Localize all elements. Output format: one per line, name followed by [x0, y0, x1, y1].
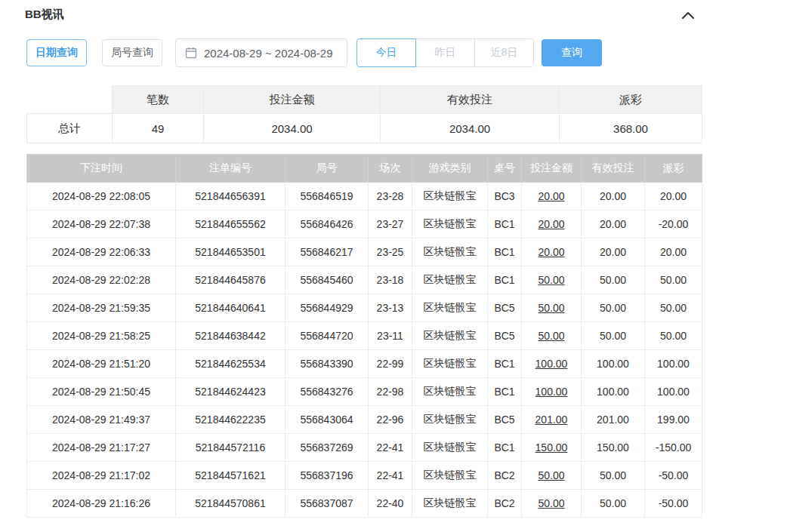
session-cell: 22-98 — [369, 378, 412, 406]
bet-amount-link[interactable]: 150.00 — [522, 434, 582, 462]
table-no-cell: BC1 — [488, 434, 522, 462]
bet-id-cell: 521844645876 — [176, 266, 285, 294]
bet-amount-link[interactable]: 201.00 — [522, 406, 582, 434]
round-no-cell: 556843390 — [285, 350, 369, 378]
records-table-body: 2024-08-29 22:08:05521844656391556846519… — [27, 183, 702, 518]
session-cell: 22-41 — [369, 462, 412, 490]
bet-time-cell: 2024-08-29 22:02:28 — [27, 266, 176, 294]
bet-amount-link[interactable]: 100.00 — [522, 350, 582, 378]
col-game-type: 游戏类别 — [412, 155, 488, 183]
round-no-cell: 556846519 — [285, 183, 369, 211]
bet-amount-link[interactable]: 50.00 — [522, 294, 582, 322]
payout-cell: 20.00 — [645, 238, 702, 266]
record-row: 2024-08-29 22:07:38521844655562556846426… — [27, 211, 702, 238]
bet-id-cell: 521844640641 — [176, 294, 285, 322]
summary-col-valid-bet: 有效投注 — [381, 86, 560, 114]
round-no-cell: 556843064 — [285, 406, 369, 434]
bet-time-cell: 2024-08-29 21:17:27 — [27, 434, 176, 462]
session-cell: 23-13 — [369, 294, 412, 322]
round-no-cell: 556846217 — [285, 238, 369, 266]
bet-amount-link[interactable]: 20.00 — [522, 183, 582, 211]
bet-id-cell: 521844571621 — [176, 462, 285, 490]
round-no-cell: 556837196 — [285, 462, 369, 490]
round-no-cell: 556846426 — [285, 211, 369, 238]
payout-cell: 20.00 — [645, 183, 702, 211]
session-cell: 23-27 — [369, 211, 412, 238]
records-header-row: 下注时间 注单编号 局号 场次 游戏类别 桌号 投注金额 有效投注 派彩 — [27, 155, 702, 183]
bet-amount-link[interactable]: 20.00 — [522, 238, 582, 266]
record-row: 2024-08-29 21:17:27521844572116556837269… — [27, 434, 702, 462]
payout-cell: 100.00 — [645, 350, 702, 378]
search-button[interactable]: 查询 — [542, 39, 602, 66]
game-type-cell: 区块链骰宝 — [412, 238, 488, 266]
bet-amount-link[interactable]: 50.00 — [522, 322, 582, 350]
game-type-cell: 区块链骰宝 — [412, 378, 488, 406]
valid-bet-cell: 100.00 — [582, 350, 645, 378]
valid-bet-cell: 50.00 — [582, 266, 645, 294]
bet-time-cell: 2024-08-29 21:49:37 — [27, 406, 176, 434]
game-type-cell: 区块链骰宝 — [412, 462, 488, 490]
bet-amount-link[interactable]: 100.00 — [522, 378, 582, 406]
valid-bet-cell: 20.00 — [582, 183, 645, 211]
round-no-cell: 556844929 — [285, 294, 369, 322]
game-type-cell: 区块链骰宝 — [412, 211, 488, 238]
valid-bet-cell: 50.00 — [582, 462, 645, 490]
last-8-days-button[interactable]: 近8日 — [474, 38, 534, 67]
bet-amount-link[interactable]: 20.00 — [522, 211, 582, 238]
date-range-value: 2024-08-29 ~ 2024-08-29 — [204, 47, 333, 60]
record-row: 2024-08-29 21:58:25521844638442556844720… — [27, 322, 702, 350]
bet-id-cell: 521844638442 — [176, 322, 285, 350]
date-query-tab[interactable]: 日期查询 — [26, 39, 87, 66]
bet-amount-link[interactable]: 50.00 — [522, 462, 582, 490]
bet-id-cell: 521844625534 — [176, 350, 285, 378]
session-cell: 22-96 — [369, 406, 412, 434]
today-button[interactable]: 今日 — [356, 38, 416, 67]
valid-bet-cell: 20.00 — [582, 211, 645, 238]
valid-bet-cell: 150.00 — [582, 434, 645, 462]
table-no-cell: BC1 — [488, 238, 522, 266]
game-type-cell: 区块链骰宝 — [412, 183, 488, 211]
session-cell: 23-25 — [369, 238, 412, 266]
payout-cell: 100.00 — [645, 378, 702, 406]
col-table-no: 桌号 — [488, 155, 522, 183]
table-no-cell: BC1 — [488, 378, 522, 406]
game-type-cell: 区块链骰宝 — [412, 294, 488, 322]
round-query-tab[interactable]: 局号查询 — [102, 39, 162, 66]
summary-total-bet-amount: 2034.00 — [204, 114, 381, 143]
session-cell: 23-18 — [369, 266, 412, 294]
round-no-cell: 556845460 — [285, 266, 369, 294]
record-row: 2024-08-29 22:06:33521844653501556846217… — [27, 238, 702, 266]
bet-time-cell: 2024-08-29 21:58:25 — [27, 322, 176, 350]
col-valid-bet: 有效投注 — [582, 155, 645, 183]
game-type-cell: 区块链骰宝 — [412, 406, 488, 434]
payout-cell: 50.00 — [645, 322, 702, 350]
chevron-up-icon[interactable] — [681, 11, 695, 20]
bet-amount-link[interactable]: 50.00 — [522, 266, 582, 294]
bet-id-cell: 521844653501 — [176, 238, 285, 266]
bet-time-cell: 2024-08-29 21:50:45 — [27, 378, 176, 406]
valid-bet-cell: 50.00 — [582, 294, 645, 322]
table-no-cell: BC1 — [488, 350, 522, 378]
bet-amount-link[interactable]: 50.00 — [522, 490, 582, 518]
record-row: 2024-08-29 21:51:20521844625534556843390… — [27, 350, 702, 378]
bet-time-cell: 2024-08-29 21:51:20 — [27, 350, 176, 378]
bet-id-cell: 521844572116 — [176, 434, 285, 462]
valid-bet-cell: 50.00 — [582, 322, 645, 350]
game-type-cell: 区块链骰宝 — [412, 266, 488, 294]
col-bet-id: 注单编号 — [176, 155, 285, 183]
bet-time-cell: 2024-08-29 22:06:33 — [27, 238, 176, 266]
game-type-cell: 区块链骰宝 — [412, 434, 488, 462]
record-row: 2024-08-29 21:59:35521844640641556844929… — [27, 294, 702, 322]
game-type-cell: 区块链骰宝 — [412, 350, 488, 378]
payout-cell: 50.00 — [645, 266, 702, 294]
date-range-picker[interactable]: 2024-08-29 ~ 2024-08-29 — [175, 38, 347, 67]
record-row: 2024-08-29 22:02:28521844645876556845460… — [27, 266, 702, 294]
yesterday-button[interactable]: 昨日 — [415, 38, 475, 67]
summary-total-row: 总计 49 2034.00 2034.00 368.00 — [27, 114, 702, 143]
game-type-cell: 区块链骰宝 — [412, 322, 488, 350]
session-cell: 22-99 — [369, 350, 412, 378]
bet-time-cell: 2024-08-29 21:59:35 — [27, 294, 176, 322]
summary-col-bet-amount: 投注金额 — [204, 86, 381, 114]
records-table: 下注时间 注单编号 局号 场次 游戏类别 桌号 投注金额 有效投注 派彩 202… — [26, 154, 702, 518]
payout-cell: -50.00 — [645, 462, 702, 490]
